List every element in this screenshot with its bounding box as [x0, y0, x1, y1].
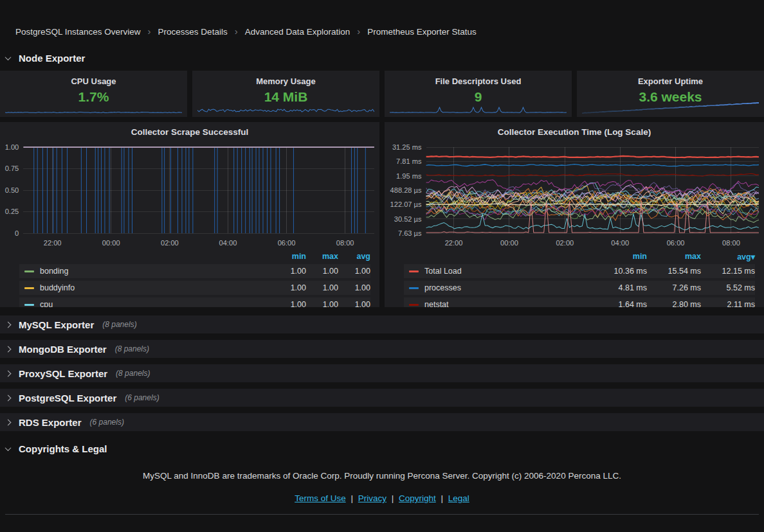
stat-value: 3.6 weeks	[577, 89, 764, 105]
x-axis-tick-label: 22:00	[445, 239, 463, 247]
x-axis-tick-label: 02:00	[161, 239, 179, 247]
legend-row-cpu: cpu1.001.001.00	[19, 297, 370, 307]
x-axis-tick-label: 08:00	[336, 239, 354, 247]
panel-title[interactable]: CPU Usage	[0, 71, 187, 86]
legend-value-avg: 2.11 ms	[701, 300, 755, 307]
breadcrumb-item-advanced-data-exploration[interactable]: Advanced Data Exploration	[245, 27, 350, 37]
section-header-copyrights-legal[interactable]: Copyrights & Legal	[6, 443, 764, 454]
legend-value-max: 15.54 ms	[647, 267, 701, 276]
chevron-right-icon	[5, 419, 12, 425]
panel-title[interactable]: Collector Execution Time (Log Scale)	[385, 122, 764, 139]
section-row-postgresql-exporter[interactable]: PostgreSQL Exporter(6 panels)	[0, 389, 764, 407]
legend-series-name[interactable]: cpu	[40, 300, 274, 307]
x-axis-tick-label: 04:00	[219, 239, 237, 247]
stat-row: CPU Usage1.7%Memory Usage14 MiBFile Desc…	[0, 71, 764, 117]
section-panels-count: (8 panels)	[115, 344, 149, 353]
legend-series-name[interactable]: netstat	[424, 300, 593, 307]
y-axis-tick-label: 0.25	[5, 208, 19, 216]
legend-value-avg: 1.00	[338, 267, 370, 276]
section-panels-count: (6 panels)	[90, 418, 124, 427]
breadcrumb-item-prometheus-exporter-status[interactable]: Prometheus Exporter Status	[367, 27, 477, 37]
legend-series-name[interactable]: Total Load	[424, 267, 593, 276]
breadcrumb-item-postgresql-instances-overview[interactable]: PostgreSQL Instances Overview	[15, 27, 141, 37]
chevron-down-icon	[5, 54, 12, 60]
footer-link-separator: |	[389, 493, 396, 503]
footer-link-privacy[interactable]: Privacy	[358, 493, 387, 503]
footer-link-terms-of-use[interactable]: Terms of Use	[295, 493, 346, 503]
breadcrumb-item-processes-details[interactable]: Processes Details	[158, 27, 228, 37]
chevron-right-icon	[5, 395, 12, 401]
x-axis-tick-label: 06:00	[667, 239, 685, 247]
series-swatch-icon[interactable]	[24, 304, 34, 306]
legend-column-avg[interactable]: avg	[338, 252, 370, 261]
legend-column-avg[interactable]: avg▾	[701, 252, 755, 262]
x-axis-tick-label: 22:00	[44, 239, 62, 247]
section-row-mongodb-exporter[interactable]: MongoDB Exporter(8 panels)	[0, 340, 764, 358]
legend-value-max: 1.00	[306, 267, 338, 276]
footer-link-legal[interactable]: Legal	[448, 493, 469, 503]
footer-link-separator: |	[439, 493, 446, 503]
legend-row-buddyinfo: buddyinfo1.001.001.00	[19, 281, 370, 295]
breadcrumb-separator-icon: ›	[235, 26, 238, 36]
series-swatch-icon[interactable]	[409, 304, 419, 306]
legend-value-max: 2.80 ms	[647, 300, 701, 307]
chevron-right-icon	[5, 321, 12, 328]
section-row-proxysql-exporter[interactable]: ProxySQL Exporter(8 panels)	[0, 364, 764, 382]
chevron-right-icon	[5, 346, 12, 352]
legend-series-name[interactable]: processes	[424, 283, 593, 292]
y-axis-tick-label: 7.63 µs	[398, 229, 422, 237]
x-axis-tick-label: 02:00	[556, 239, 574, 247]
legend: minmaxavgbonding1.001.001.00buddyinfo1.0…	[0, 251, 379, 307]
section-title: Node Exporter	[19, 53, 85, 64]
stat-panel-file-descriptors-used: File Descriptors Used9	[385, 71, 572, 117]
x-axis-tick-label: 06:00	[278, 239, 296, 247]
footer-links: Terms of Use | Privacy | Copyright | Leg…	[0, 493, 764, 503]
legend-column-max[interactable]: max	[647, 252, 701, 261]
legend-row-processes: processes4.81 ms7.26 ms5.52 ms	[404, 281, 755, 295]
y-axis-tick-label: 122.07 µs	[390, 200, 422, 208]
legend-column-min[interactable]: min	[593, 252, 647, 261]
series-swatch-icon[interactable]	[24, 270, 34, 272]
legend-column-max[interactable]: max	[306, 252, 338, 261]
legend-value-max: 1.00	[306, 283, 338, 292]
breadcrumb-separator-icon: ›	[148, 26, 151, 36]
stat-panel-memory-usage: Memory Usage14 MiB	[192, 71, 379, 117]
dashboard: PostgreSQL Instances Overview›Processes …	[0, 0, 764, 532]
section-title: Copyrights & Legal	[19, 443, 107, 454]
panel-title[interactable]: Collector Scrape Successful	[0, 122, 379, 139]
collector-scrape-chart: 22:0000:0002:0004:0006:0008:001.000.750.…	[0, 139, 379, 250]
section-panels-count: (6 panels)	[125, 393, 159, 402]
x-axis-tick-label: 00:00	[102, 239, 120, 247]
legend-column-min[interactable]: min	[274, 252, 306, 261]
chevron-right-icon	[5, 370, 12, 377]
panel-title[interactable]: Memory Usage	[192, 71, 379, 86]
legend-row-bonding: bonding1.001.001.00	[19, 264, 370, 278]
legend-value-max: 7.26 ms	[647, 283, 701, 292]
stat-value: 14 MiB	[192, 89, 379, 105]
section-title: ProxySQL Exporter	[19, 368, 107, 379]
series-line-total-load	[426, 156, 759, 157]
legend-value-avg: 1.00	[338, 300, 370, 307]
y-axis-tick-label: 488.28 µs	[390, 186, 422, 194]
footer-link-copyright[interactable]: Copyright	[399, 493, 436, 503]
panel-title[interactable]: Exporter Uptime	[577, 71, 764, 86]
section-title: PostgreSQL Exporter	[19, 393, 116, 403]
y-axis-tick-label: 1.95 ms	[396, 172, 422, 180]
y-axis-tick-label: 31.25 ms	[392, 143, 422, 151]
section-panels-count: (8 panels)	[102, 320, 136, 329]
legend-series-name[interactable]: buddyinfo	[40, 283, 274, 292]
section-header-node-exporter[interactable]: Node Exporter	[6, 53, 764, 64]
series-swatch-icon[interactable]	[409, 270, 419, 272]
panel-title[interactable]: File Descriptors Used	[385, 71, 572, 86]
series-swatch-icon[interactable]	[409, 287, 419, 289]
legend-series-name[interactable]: bonding	[40, 267, 274, 276]
graph-panel-collector-scrape: Collector Scrape Successful 22:0000:0002…	[0, 122, 379, 307]
collector-execution-chart: 22:0000:0002:0004:0006:0008:0031.25 ms7.…	[385, 139, 764, 250]
sparkline-path	[5, 112, 182, 113]
section-row-rds-exporter[interactable]: RDS Exporter(6 panels)	[0, 413, 764, 431]
legend-value-max: 1.00	[306, 300, 338, 307]
section-row-mysql-exporter[interactable]: MySQL Exporter(8 panels)	[0, 315, 764, 333]
x-axis-tick-label: 04:00	[611, 239, 629, 247]
series-swatch-icon[interactable]	[24, 287, 34, 289]
legend-value-avg: 12.15 ms	[701, 267, 755, 276]
